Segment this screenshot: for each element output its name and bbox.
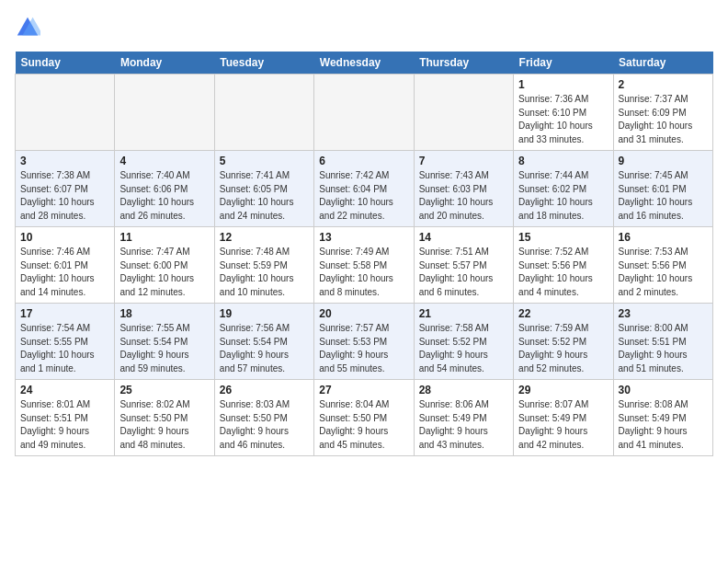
day-info: Sunrise: 7:47 AM Sunset: 6:00 PM Dayligh… xyxy=(119,246,209,299)
day-number: 13 xyxy=(319,231,408,244)
day-number: 28 xyxy=(419,384,508,396)
week-row-3: 10Sunrise: 7:46 AM Sunset: 6:01 PM Dayli… xyxy=(16,227,713,304)
day-number: 18 xyxy=(119,307,209,320)
week-row-4: 17Sunrise: 7:54 AM Sunset: 5:55 PM Dayli… xyxy=(16,304,713,380)
day-info: Sunrise: 7:59 AM Sunset: 5:52 PM Dayligh… xyxy=(518,322,608,375)
calendar-cell: 7Sunrise: 7:43 AM Sunset: 6:03 PM Daylig… xyxy=(414,151,513,227)
day-info: Sunrise: 7:53 AM Sunset: 5:56 PM Dayligh… xyxy=(619,246,708,299)
header-wednesday: Wednesday xyxy=(314,52,414,75)
calendar-header-row: SundayMondayTuesdayWednesdayThursdayFrid… xyxy=(16,52,713,75)
calendar-cell: 23Sunrise: 8:00 AM Sunset: 5:51 PM Dayli… xyxy=(613,304,712,380)
day-number: 23 xyxy=(619,307,708,320)
calendar-cell: 13Sunrise: 7:49 AM Sunset: 5:58 PM Dayli… xyxy=(314,227,414,304)
day-info: Sunrise: 7:37 AM Sunset: 6:09 PM Dayligh… xyxy=(619,93,708,146)
header-friday: Friday xyxy=(514,52,613,75)
day-info: Sunrise: 7:45 AM Sunset: 6:01 PM Dayligh… xyxy=(619,169,708,223)
calendar-cell: 17Sunrise: 7:54 AM Sunset: 5:55 PM Dayli… xyxy=(16,304,115,380)
day-info: Sunrise: 8:07 AM Sunset: 5:49 PM Dayligh… xyxy=(518,398,608,452)
calendar-cell: 1Sunrise: 7:36 AM Sunset: 6:10 PM Daylig… xyxy=(514,75,613,151)
day-number: 1 xyxy=(518,78,608,91)
calendar-cell: 26Sunrise: 8:03 AM Sunset: 5:50 PM Dayli… xyxy=(214,380,313,456)
calendar-cell: 27Sunrise: 8:04 AM Sunset: 5:50 PM Dayli… xyxy=(314,380,414,456)
day-info: Sunrise: 7:49 AM Sunset: 5:58 PM Dayligh… xyxy=(319,246,408,299)
calendar-cell: 16Sunrise: 7:53 AM Sunset: 5:56 PM Dayli… xyxy=(613,227,712,304)
calendar-cell: 2Sunrise: 7:37 AM Sunset: 6:09 PM Daylig… xyxy=(613,75,712,151)
day-info: Sunrise: 8:00 AM Sunset: 5:51 PM Dayligh… xyxy=(619,322,708,375)
day-number: 20 xyxy=(319,307,408,320)
day-info: Sunrise: 7:38 AM Sunset: 6:07 PM Dayligh… xyxy=(20,169,109,223)
day-number: 3 xyxy=(20,155,109,167)
header-tuesday: Tuesday xyxy=(214,52,313,75)
day-number: 6 xyxy=(319,155,408,167)
day-info: Sunrise: 7:52 AM Sunset: 5:56 PM Dayligh… xyxy=(518,246,608,299)
calendar-cell: 30Sunrise: 8:08 AM Sunset: 5:49 PM Dayli… xyxy=(613,380,712,456)
day-number: 29 xyxy=(518,384,608,396)
page-header xyxy=(15,15,713,40)
day-info: Sunrise: 7:46 AM Sunset: 6:01 PM Dayligh… xyxy=(20,246,109,299)
calendar-cell: 24Sunrise: 8:01 AM Sunset: 5:51 PM Dayli… xyxy=(16,380,115,456)
day-number: 25 xyxy=(119,384,209,396)
day-number: 4 xyxy=(119,155,209,167)
day-number: 16 xyxy=(619,231,708,244)
day-info: Sunrise: 7:48 AM Sunset: 5:59 PM Dayligh… xyxy=(220,246,309,299)
calendar-cell xyxy=(314,75,414,151)
day-number: 21 xyxy=(419,307,508,320)
calendar-cell xyxy=(214,75,313,151)
calendar-cell: 6Sunrise: 7:42 AM Sunset: 6:04 PM Daylig… xyxy=(314,151,414,227)
day-number: 2 xyxy=(619,78,708,91)
day-info: Sunrise: 7:44 AM Sunset: 6:02 PM Dayligh… xyxy=(518,169,608,223)
day-info: Sunrise: 8:03 AM Sunset: 5:50 PM Dayligh… xyxy=(220,398,309,452)
calendar-cell: 5Sunrise: 7:41 AM Sunset: 6:05 PM Daylig… xyxy=(214,151,313,227)
day-info: Sunrise: 7:57 AM Sunset: 5:53 PM Dayligh… xyxy=(319,322,408,375)
day-number: 8 xyxy=(518,155,608,167)
calendar-cell: 11Sunrise: 7:47 AM Sunset: 6:00 PM Dayli… xyxy=(115,227,214,304)
calendar-cell: 14Sunrise: 7:51 AM Sunset: 5:57 PM Dayli… xyxy=(414,227,513,304)
calendar-cell: 25Sunrise: 8:02 AM Sunset: 5:50 PM Dayli… xyxy=(115,380,214,456)
day-number: 22 xyxy=(518,307,608,320)
calendar-cell: 19Sunrise: 7:56 AM Sunset: 5:54 PM Dayli… xyxy=(214,304,313,380)
day-info: Sunrise: 7:43 AM Sunset: 6:03 PM Dayligh… xyxy=(419,169,508,223)
calendar-cell: 15Sunrise: 7:52 AM Sunset: 5:56 PM Dayli… xyxy=(514,227,613,304)
calendar-cell: 8Sunrise: 7:44 AM Sunset: 6:02 PM Daylig… xyxy=(514,151,613,227)
calendar-cell: 4Sunrise: 7:40 AM Sunset: 6:06 PM Daylig… xyxy=(115,151,214,227)
calendar-cell: 18Sunrise: 7:55 AM Sunset: 5:54 PM Dayli… xyxy=(115,304,214,380)
logo-icon xyxy=(15,15,40,40)
day-info: Sunrise: 7:56 AM Sunset: 5:54 PM Dayligh… xyxy=(220,322,309,375)
calendar-cell: 29Sunrise: 8:07 AM Sunset: 5:49 PM Dayli… xyxy=(514,380,613,456)
week-row-5: 24Sunrise: 8:01 AM Sunset: 5:51 PM Dayli… xyxy=(16,380,713,456)
day-number: 30 xyxy=(619,384,708,396)
header-monday: Monday xyxy=(115,52,214,75)
week-row-1: 1Sunrise: 7:36 AM Sunset: 6:10 PM Daylig… xyxy=(16,75,713,151)
day-info: Sunrise: 8:04 AM Sunset: 5:50 PM Dayligh… xyxy=(319,398,408,452)
day-info: Sunrise: 7:42 AM Sunset: 6:04 PM Dayligh… xyxy=(319,169,408,223)
day-number: 11 xyxy=(119,231,209,244)
calendar-cell: 10Sunrise: 7:46 AM Sunset: 6:01 PM Dayli… xyxy=(16,227,115,304)
day-info: Sunrise: 8:06 AM Sunset: 5:49 PM Dayligh… xyxy=(419,398,508,452)
day-number: 27 xyxy=(319,384,408,396)
week-row-2: 3Sunrise: 7:38 AM Sunset: 6:07 PM Daylig… xyxy=(16,151,713,227)
day-info: Sunrise: 7:40 AM Sunset: 6:06 PM Dayligh… xyxy=(119,169,209,223)
day-number: 24 xyxy=(20,384,109,396)
calendar-table: SundayMondayTuesdayWednesdayThursdayFrid… xyxy=(15,52,713,456)
day-number: 9 xyxy=(619,155,708,167)
day-info: Sunrise: 7:41 AM Sunset: 6:05 PM Dayligh… xyxy=(220,169,309,223)
calendar-cell: 21Sunrise: 7:58 AM Sunset: 5:52 PM Dayli… xyxy=(414,304,513,380)
day-number: 26 xyxy=(220,384,309,396)
header-saturday: Saturday xyxy=(613,52,712,75)
day-number: 12 xyxy=(220,231,309,244)
day-info: Sunrise: 8:01 AM Sunset: 5:51 PM Dayligh… xyxy=(20,398,109,452)
day-number: 10 xyxy=(20,231,109,244)
calendar-cell: 22Sunrise: 7:59 AM Sunset: 5:52 PM Dayli… xyxy=(514,304,613,380)
calendar-cell xyxy=(115,75,214,151)
day-number: 5 xyxy=(220,155,309,167)
day-number: 15 xyxy=(518,231,608,244)
day-info: Sunrise: 8:02 AM Sunset: 5:50 PM Dayligh… xyxy=(119,398,209,452)
logo xyxy=(15,15,44,40)
day-info: Sunrise: 8:08 AM Sunset: 5:49 PM Dayligh… xyxy=(619,398,708,452)
calendar-cell: 3Sunrise: 7:38 AM Sunset: 6:07 PM Daylig… xyxy=(16,151,115,227)
header-sunday: Sunday xyxy=(16,52,115,75)
calendar-cell: 28Sunrise: 8:06 AM Sunset: 5:49 PM Dayli… xyxy=(414,380,513,456)
calendar-cell: 12Sunrise: 7:48 AM Sunset: 5:59 PM Dayli… xyxy=(214,227,313,304)
day-number: 14 xyxy=(419,231,508,244)
day-info: Sunrise: 7:58 AM Sunset: 5:52 PM Dayligh… xyxy=(419,322,508,375)
